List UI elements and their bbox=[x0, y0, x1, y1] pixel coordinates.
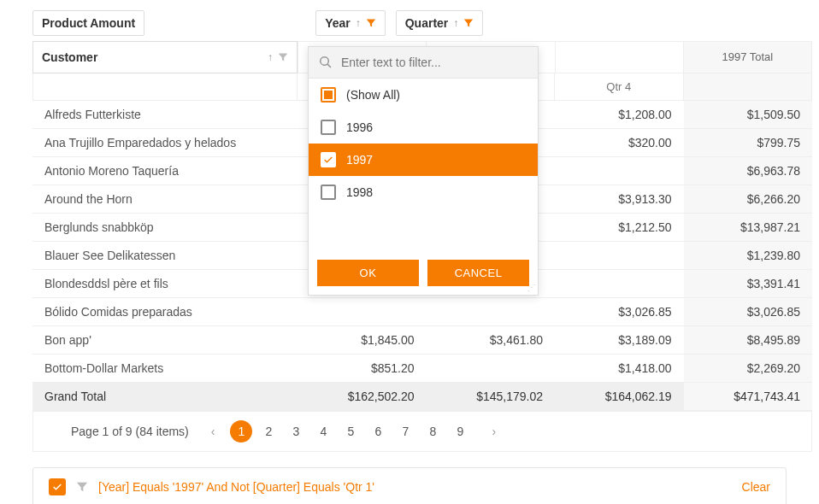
cell-q2: $1,845.00 bbox=[298, 326, 427, 354]
filter-item-label: 1998 bbox=[346, 185, 373, 199]
filter-enabled-checkbox[interactable] bbox=[49, 478, 66, 495]
cell-total: $3,391.41 bbox=[684, 270, 813, 297]
measure-label: Product Amount bbox=[42, 16, 135, 30]
cell-q3: $145,179.02 bbox=[427, 383, 556, 410]
checkbox-unchecked-icon bbox=[321, 120, 336, 135]
cell-total: $13,987.21 bbox=[684, 214, 813, 241]
cell-total: $6,266.20 bbox=[684, 185, 813, 213]
filter-icon[interactable] bbox=[463, 18, 474, 28]
cell-q3 bbox=[427, 298, 556, 325]
row-name: Grand Total bbox=[32, 383, 298, 410]
checkbox-indeterminate-icon bbox=[321, 87, 336, 103]
cell-q4: $1,208.00 bbox=[555, 101, 684, 128]
page-7[interactable]: 7 bbox=[394, 420, 416, 442]
cell-q4: $3,026.85 bbox=[555, 298, 684, 325]
measure-pill[interactable]: Product Amount bbox=[32, 10, 144, 36]
table-row: Bon app'$1,845.00$3,461.80$3,189.09$8,49… bbox=[32, 326, 812, 355]
cell-q3: $3,461.80 bbox=[427, 326, 556, 354]
filter-clear-button[interactable]: Clear bbox=[742, 480, 770, 494]
cell-q4 bbox=[555, 242, 684, 269]
row-name: Berglunds snabbköp bbox=[32, 214, 298, 241]
sort-asc-icon: ↑ bbox=[268, 51, 273, 63]
row-name: Blauer See Delikatessen bbox=[32, 242, 298, 269]
resize-grip-icon[interactable]: ⋰ bbox=[527, 284, 536, 293]
year-pill[interactable]: Year ↑ bbox=[315, 10, 386, 36]
row-name: Bon app' bbox=[32, 326, 298, 354]
table-row: Bólido Comidas preparadas$3,026.85$3,026… bbox=[32, 298, 812, 326]
cell-q4: $320.00 bbox=[555, 129, 684, 156]
row-field-label: Customer bbox=[42, 50, 97, 64]
page-8[interactable]: 8 bbox=[421, 420, 444, 442]
row-name: Around the Horn bbox=[32, 185, 298, 213]
cell-total: $1,509.50 bbox=[684, 101, 813, 128]
filter-search-row bbox=[309, 47, 538, 79]
filter-ok-button[interactable]: OK bbox=[317, 260, 419, 286]
page-1[interactable]: 1 bbox=[230, 420, 252, 442]
cell-q2: $162,502.20 bbox=[298, 383, 427, 410]
cell-q3 bbox=[427, 355, 556, 382]
cell-q4 bbox=[555, 157, 684, 185]
cell-q4: $3,913.30 bbox=[555, 185, 684, 213]
row-name: Ana Trujillo Emparedados y helados bbox=[32, 129, 298, 156]
sub-col-q4[interactable]: Qtr 4 bbox=[555, 73, 684, 101]
col-header-q4 bbox=[555, 42, 683, 73]
sort-asc-icon: ↑ bbox=[453, 17, 458, 29]
pager: Page 1 of 9 (84 items) ‹ 123456789 › bbox=[32, 411, 812, 452]
cell-total: $6,963.78 bbox=[684, 157, 813, 185]
pager-next[interactable]: › bbox=[488, 425, 499, 438]
cell-total: $8,495.89 bbox=[684, 326, 813, 354]
table-row: Bottom-Dollar Markets$851.20$1,418.00$2,… bbox=[32, 355, 812, 383]
page-6[interactable]: 6 bbox=[367, 420, 389, 442]
filter-item-show-all[interactable]: (Show All) bbox=[309, 79, 538, 111]
filter-icon[interactable] bbox=[76, 481, 88, 493]
cell-total: $1,239.80 bbox=[684, 242, 813, 269]
cell-q4: $1,212.50 bbox=[555, 214, 684, 241]
col-header-total: 1997 Total bbox=[683, 42, 811, 73]
cell-q2 bbox=[298, 298, 427, 325]
quarter-pill[interactable]: Quarter ↑ bbox=[396, 10, 484, 36]
filter-search-input[interactable] bbox=[341, 56, 527, 69]
cell-total: $3,026.85 bbox=[684, 298, 813, 325]
row-field-header[interactable]: Customer ↑ bbox=[32, 41, 298, 73]
filter-item-1996[interactable]: 1996 bbox=[309, 111, 538, 144]
filter-expression[interactable]: [Year] Equals '1997' And Not [Quarter] E… bbox=[98, 480, 732, 494]
filter-item-1998[interactable]: 1998 bbox=[309, 176, 538, 208]
checkbox-unchecked-icon bbox=[321, 185, 336, 200]
cell-total: $2,269.20 bbox=[684, 355, 813, 382]
grand-total-row: Grand Total$162,502.20$145,179.02$164,06… bbox=[32, 383, 812, 411]
year-label: Year bbox=[325, 16, 351, 30]
cell-q2: $851.20 bbox=[298, 355, 427, 382]
cell-total: $471,743.41 bbox=[684, 383, 813, 410]
cell-q4: $1,418.00 bbox=[555, 355, 684, 382]
filter-cancel-button[interactable]: CANCEL bbox=[427, 260, 529, 286]
filter-icon[interactable] bbox=[366, 18, 376, 28]
checkbox-checked-icon bbox=[321, 152, 336, 167]
cell-q4: $164,062.19 bbox=[555, 383, 684, 410]
filter-item-label: (Show All) bbox=[346, 88, 400, 102]
filter-item-1997[interactable]: 1997 bbox=[309, 144, 538, 176]
sub-col-total bbox=[684, 73, 813, 101]
filter-item-label: 1997 bbox=[346, 153, 373, 167]
year-filter-popup: (Show All) 199619971998 OK CANCEL ⋰ bbox=[308, 46, 539, 296]
cell-q4: $3,189.09 bbox=[555, 326, 684, 354]
page-2[interactable]: 2 bbox=[257, 420, 280, 442]
row-name: Antonio Moreno Taquería bbox=[32, 157, 298, 185]
search-icon bbox=[319, 56, 333, 69]
filter-item-label: 1996 bbox=[346, 120, 373, 134]
cell-q4 bbox=[555, 270, 684, 297]
page-9[interactable]: 9 bbox=[449, 420, 471, 442]
filter-summary-bar: [Year] Equals '1997' And Not [Quarter] E… bbox=[32, 467, 787, 504]
cell-total: $799.75 bbox=[684, 129, 813, 156]
pager-prev[interactable]: ‹ bbox=[208, 425, 219, 438]
row-name: Alfreds Futterkiste bbox=[32, 101, 298, 128]
row-name: Bólido Comidas preparadas bbox=[32, 298, 298, 325]
row-name: Bottom-Dollar Markets bbox=[32, 355, 298, 382]
page-4[interactable]: 4 bbox=[312, 420, 334, 442]
page-3[interactable]: 3 bbox=[285, 420, 307, 442]
quarter-label: Quarter bbox=[405, 16, 449, 30]
filter-icon[interactable] bbox=[278, 52, 288, 62]
check-icon bbox=[51, 481, 63, 493]
row-name: Blondesddsl père et fils bbox=[32, 270, 298, 297]
sort-asc-icon: ↑ bbox=[356, 17, 361, 29]
page-5[interactable]: 5 bbox=[339, 420, 362, 442]
